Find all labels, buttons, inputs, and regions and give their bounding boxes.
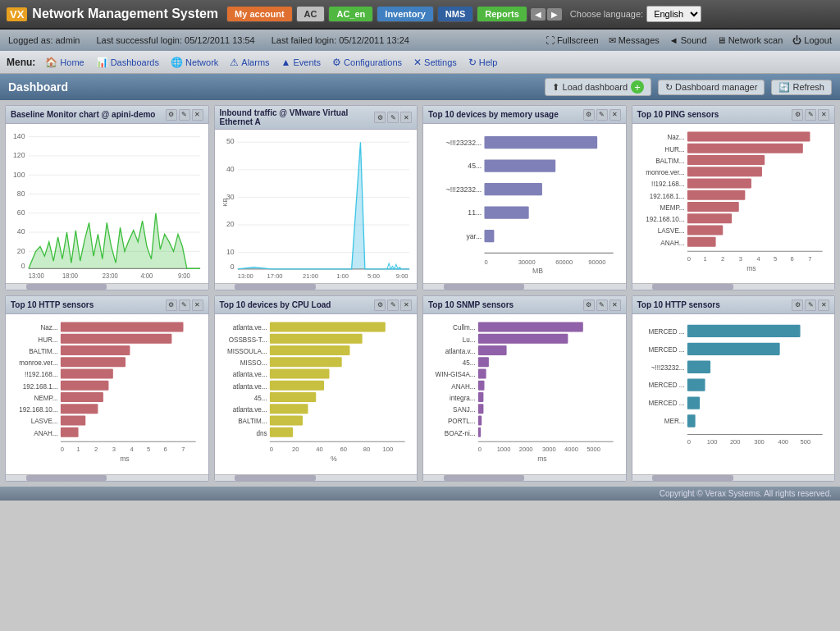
svg-text:60000: 60000 <box>555 258 573 266</box>
dashboard-header: Dashboard ⬆ Load dashboard + ↻ Dashboard… <box>0 74 840 100</box>
svg-rect-147 <box>478 322 583 332</box>
network-scan-button[interactable]: 🖥 Network scan <box>717 35 783 45</box>
widget-close-button[interactable]: ✕ <box>192 109 203 121</box>
menu-network[interactable]: 🌐Network <box>171 57 218 68</box>
svg-rect-149 <box>478 334 568 344</box>
widget-close-button[interactable]: ✕ <box>192 299 203 311</box>
widget-edit-button[interactable]: ✎ <box>179 299 190 311</box>
scrollbar[interactable] <box>423 474 626 481</box>
widget-close-button[interactable]: ✕ <box>400 299 412 311</box>
widget-edit-button[interactable]: ✎ <box>596 299 608 311</box>
reports-button[interactable]: Reports <box>477 6 527 22</box>
widget-edit-button[interactable]: ✎ <box>805 109 816 121</box>
svg-rect-67 <box>687 178 751 188</box>
scrollbar[interactable] <box>6 474 208 481</box>
dashboard-manager-button[interactable]: ↻ Dashboard manager <box>658 80 765 95</box>
widget-close-button[interactable]: ✕ <box>400 112 412 123</box>
scrollbar[interactable] <box>423 283 626 290</box>
svg-text:5: 5 <box>147 446 150 454</box>
widget-config-button[interactable]: ⚙ <box>374 112 386 123</box>
widget-config-button[interactable]: ⚙ <box>166 109 177 121</box>
svg-text:ANAH...: ANAH... <box>34 430 57 437</box>
widget-config-button[interactable]: ⚙ <box>792 109 803 121</box>
add-dashboard-icon[interactable]: + <box>631 80 644 94</box>
widget-close-button[interactable]: ✕ <box>609 109 621 121</box>
svg-rect-127 <box>269 369 329 379</box>
widget-title: Top 10 devices by memory usage <box>428 110 583 119</box>
widget-config-button[interactable]: ⚙ <box>792 299 803 311</box>
widget-snmp-sensors: Top 10 SNMP sensors ⚙ ✎ ✕ Cullm... Lu...… <box>422 295 627 481</box>
menu-dashboards[interactable]: 📊Dashboards <box>96 57 159 68</box>
nms-button[interactable]: NMS <box>437 6 473 22</box>
myaccount-button[interactable]: My account <box>226 6 293 22</box>
fullscreen-button[interactable]: ⛶ Fullscreen <box>546 35 599 45</box>
messages-button[interactable]: ✉ Messages <box>609 35 660 46</box>
http1-hbar-chart: Naz... HUR... BALTIM... monroe.ver... !!… <box>9 318 205 470</box>
widget-edit-button[interactable]: ✎ <box>596 109 608 121</box>
widget-title: Inbound traffic @ VMware Virtual Etherne… <box>220 108 375 126</box>
svg-text:23:00: 23:00 <box>103 272 119 280</box>
menu-alarms[interactable]: ⚠Alarms <box>230 57 269 68</box>
copyright-text: Copyright © Verax Systems. All rights re… <box>660 489 832 498</box>
svg-rect-61 <box>687 144 802 153</box>
widget-close-button[interactable]: ✕ <box>818 109 829 121</box>
svg-text:2: 2 <box>94 446 98 454</box>
logged-as: Logged as: admin <box>8 35 80 45</box>
widget-config-button[interactable]: ⚙ <box>583 299 595 311</box>
nav-prev-button[interactable]: ◀ <box>531 8 546 21</box>
menu-help[interactable]: ↻Help <box>468 57 498 68</box>
menu-label: Menu: <box>7 57 35 68</box>
widget-title: Top 10 devices by CPU Load <box>220 300 375 309</box>
menu-home[interactable]: 🏠Home <box>45 57 84 68</box>
svg-text:0: 0 <box>687 439 690 446</box>
scrollbar[interactable] <box>632 283 835 290</box>
svg-rect-129 <box>269 381 323 391</box>
widget-config-button[interactable]: ⚙ <box>374 299 386 311</box>
ac-button[interactable]: AC <box>296 6 326 22</box>
svg-text:MB: MB <box>532 266 543 274</box>
load-dashboard-button[interactable]: ⬆ Load dashboard + <box>545 78 651 96</box>
refresh-button[interactable]: 🔄 Refresh <box>771 80 832 95</box>
scrollbar[interactable] <box>215 474 418 481</box>
widget-edit-button[interactable]: ✎ <box>805 299 816 311</box>
svg-text:50: 50 <box>226 137 234 145</box>
widget-config-button[interactable]: ⚙ <box>166 299 177 311</box>
widget-edit-button[interactable]: ✎ <box>387 112 399 123</box>
scrollbar[interactable] <box>215 283 418 290</box>
messages-icon: ✉ <box>609 35 616 46</box>
language-select[interactable]: English <box>646 6 701 22</box>
sound-icon: ◄ <box>669 35 678 45</box>
svg-text:120: 120 <box>13 151 25 159</box>
menu-settings[interactable]: ✕Settings <box>413 57 457 68</box>
widget-config-button[interactable]: ⚙ <box>583 109 595 121</box>
nav-next-button[interactable]: ▶ <box>547 8 562 21</box>
dashboard-title: Dashboard <box>8 80 538 94</box>
scrollbar[interactable] <box>6 283 208 290</box>
svg-text:45...: 45... <box>468 162 482 170</box>
svg-rect-155 <box>478 369 486 379</box>
widget-close-button[interactable]: ✕ <box>818 299 829 311</box>
menu-configurations[interactable]: ⚙Configurations <box>332 57 402 68</box>
manager-icon: ↻ <box>665 82 673 93</box>
scrollbar[interactable] <box>632 474 835 481</box>
svg-text:20: 20 <box>17 246 25 254</box>
logout-button[interactable]: ⏻ Logout <box>792 35 832 45</box>
svg-text:90000: 90000 <box>588 258 605 266</box>
svg-text:MERCED ...: MERCED ... <box>648 382 684 390</box>
http2-hbar-chart: MERCED ... MERCED ... ~!!!23232... MERCE… <box>636 318 832 470</box>
widget-edit-button[interactable]: ✎ <box>387 299 399 311</box>
svg-text:KB: KB <box>221 198 228 206</box>
svg-text:LASVE...: LASVE... <box>31 418 58 426</box>
acen-button[interactable]: AC_en <box>328 6 373 22</box>
footer: Copyright © Verax Systems. All rights re… <box>0 487 840 501</box>
widget-body: 50 40 30 20 10 0 13:00 17:00 21:00 <box>215 130 418 283</box>
inventory-button[interactable]: Inventory <box>377 6 434 22</box>
menu-events[interactable]: ▲Events <box>281 57 322 68</box>
svg-rect-43 <box>484 136 597 149</box>
sound-button[interactable]: ◄ Sound <box>669 35 707 45</box>
svg-text:ANAH...: ANAH... <box>451 383 475 391</box>
svg-text:20: 20 <box>291 446 298 454</box>
widget-edit-button[interactable]: ✎ <box>179 109 190 121</box>
widget-close-button[interactable]: ✕ <box>609 299 621 311</box>
svg-text:Naz...: Naz... <box>667 134 684 141</box>
